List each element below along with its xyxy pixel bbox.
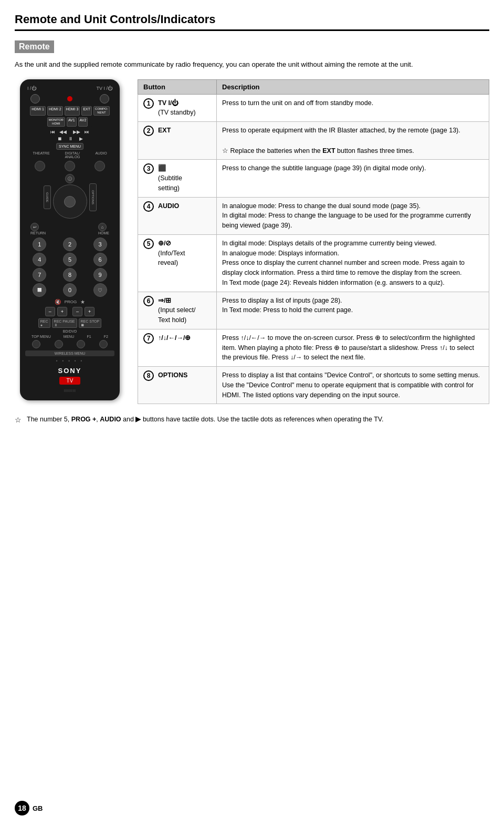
theatre-btn[interactable] bbox=[35, 161, 45, 171]
callout-8: 8 bbox=[131, 240, 134, 247]
description-cell-3: Press to change the subtitle language (p… bbox=[217, 160, 489, 197]
btn-sub-6: (Input select/Text hold) bbox=[158, 306, 196, 324]
description-cell-8: Press to display a list that contains "D… bbox=[217, 367, 489, 404]
table-row: 8 OPTIONS Press to display a list that c… bbox=[138, 367, 489, 404]
btn-label-2: EXT bbox=[158, 126, 171, 136]
rew-btn[interactable]: ◀◀ bbox=[59, 129, 67, 135]
red-led bbox=[67, 96, 72, 101]
av1-btn[interactable]: AV1 bbox=[67, 117, 77, 127]
menu-btn[interactable] bbox=[55, 340, 63, 348]
table-row: 6 ⇒/⊞ (Input select/Text hold) Press to … bbox=[138, 292, 489, 329]
menu-label: MENU bbox=[64, 335, 75, 338]
vol-minus-btn[interactable]: – bbox=[45, 307, 55, 316]
prev-btn[interactable]: ⏮ bbox=[50, 129, 55, 135]
top-menu-btn[interactable] bbox=[32, 340, 40, 348]
rec-row: REC● REC PAUSE⏸ REC STOP⏹ bbox=[25, 318, 114, 328]
transport-row: ⏮ ◀◀ ▶▶ ⏭ bbox=[25, 129, 114, 135]
page-suffix: GB bbox=[33, 804, 43, 812]
num9-btn[interactable]: 9 bbox=[93, 268, 107, 282]
btn-label-3: ⬛ bbox=[158, 164, 166, 172]
row-num-6: 6 bbox=[143, 296, 154, 306]
hdmi1-btn[interactable]: HDMI 1 bbox=[30, 106, 46, 116]
tv-btn[interactable]: TV bbox=[59, 377, 80, 385]
table-row: 1 TV I/⏻ (TV standby) Press to turn the … bbox=[138, 94, 489, 122]
num8-btn[interactable]: 8 bbox=[63, 268, 77, 282]
btn-label-5: ⊕/⊘ bbox=[158, 240, 171, 247]
num7-btn[interactable]: 7 bbox=[33, 268, 46, 282]
button-table: Button Description 1 TV I/⏻ (TV standby) bbox=[138, 79, 489, 405]
num2-btn[interactable]: 2 bbox=[63, 238, 77, 251]
options-btn[interactable]: OPTIONS bbox=[89, 183, 97, 211]
row-num-3: 3 bbox=[143, 163, 154, 174]
bd-dvd-label: BD/DVD bbox=[63, 329, 77, 333]
theatre-label: THEATRE bbox=[33, 151, 49, 159]
f1-btn[interactable] bbox=[77, 340, 85, 348]
digital-analog-label: DIGITAL/ANALOG bbox=[65, 151, 80, 159]
next-btn[interactable]: ⏭ bbox=[85, 129, 89, 135]
fav-btn[interactable]: ★ bbox=[80, 299, 85, 305]
main-layout: I /⏻ TV I /⏻ HDMI 1 HDMI 2 HDMI 3 EXT CO… bbox=[15, 79, 489, 405]
return-btn[interactable]: ↩ bbox=[30, 223, 39, 231]
hdmi2-btn[interactable]: HDMI 2 bbox=[47, 106, 63, 116]
callout-7: 7 bbox=[131, 216, 134, 224]
ext-btn[interactable]: EXT bbox=[81, 106, 92, 116]
home-btn[interactable]: ⌂ bbox=[98, 223, 107, 231]
num6-btn[interactable]: 6 bbox=[93, 253, 107, 266]
dpad-center-btn[interactable] bbox=[64, 196, 76, 208]
table-header-button: Button bbox=[138, 79, 217, 94]
num1-btn[interactable]: 1 bbox=[33, 238, 46, 251]
content-area: Button Description 1 TV I/⏻ (TV standby) bbox=[138, 79, 489, 405]
num4-btn[interactable]: 4 bbox=[33, 253, 46, 266]
row-num-1: 1 bbox=[143, 98, 154, 109]
top-menu-label: TOP MENU bbox=[32, 335, 51, 338]
ch-plus-btn[interactable]: + bbox=[85, 307, 94, 316]
num5-btn[interactable]: 5 bbox=[63, 253, 77, 266]
callout-1: 1 bbox=[131, 95, 134, 103]
guide-btn[interactable]: GUIDE bbox=[44, 185, 51, 209]
hdmi3-btn[interactable]: HDMI 3 bbox=[65, 106, 80, 116]
info-btn[interactable]: ⓘ bbox=[65, 174, 75, 183]
button-cell-5: 5 ⊕/⊘ (Info/Textreveal) bbox=[138, 234, 217, 292]
btn-sub-1: (TV standby) bbox=[158, 109, 196, 116]
digital-analog-btn[interactable] bbox=[65, 161, 75, 171]
btn-label-7: ↑/↓/←/→/⊕ bbox=[158, 333, 191, 343]
prog-label: PROG bbox=[65, 300, 77, 304]
btn-sub-3: (Subtitlesetting) bbox=[158, 174, 182, 192]
num0-btn[interactable]: 0 bbox=[63, 283, 77, 297]
f2-btn[interactable] bbox=[99, 340, 108, 348]
table-header-description: Description bbox=[217, 79, 489, 94]
rec-pause-btn[interactable]: REC PAUSE⏸ bbox=[52, 318, 77, 328]
row-num-2: 2 bbox=[143, 126, 154, 136]
ch-minus-btn[interactable]: – bbox=[72, 307, 82, 316]
av2-btn[interactable]: AV2 bbox=[78, 117, 88, 127]
component-btn[interactable]: COMPO-NENT bbox=[93, 106, 110, 116]
button-cell-2: 2 EXT bbox=[138, 122, 217, 160]
audio-btn[interactable] bbox=[94, 161, 105, 171]
power-btn-right[interactable] bbox=[100, 94, 109, 104]
power-btn-left[interactable] bbox=[30, 94, 40, 104]
fwd-btn[interactable]: ▶▶ bbox=[73, 129, 80, 135]
monitor-hdmi-btn[interactable]: MONITORHDMI bbox=[47, 117, 65, 127]
rec-stop-btn[interactable]: REC STOP⏹ bbox=[79, 318, 102, 328]
button-cell-8: 8 OPTIONS bbox=[138, 367, 217, 404]
heart-btn[interactable]: ♡ bbox=[93, 283, 107, 297]
dpad bbox=[53, 184, 87, 219]
transport-row2: ⏹ ⏸ ▶ bbox=[25, 136, 114, 141]
power-label-left: I /⏻ bbox=[27, 86, 36, 91]
rec-btn[interactable]: REC● bbox=[38, 318, 50, 328]
subtitle-btn[interactable]: ⬜ bbox=[33, 283, 46, 297]
num3-btn[interactable]: 3 bbox=[93, 238, 107, 251]
description-cell-6: Press to display a list of inputs (page … bbox=[217, 292, 489, 329]
pause-btn[interactable]: ⏸ bbox=[68, 136, 73, 141]
table-row: 4 AUDIO In analogue mode: Press to chang… bbox=[138, 197, 489, 234]
sync-menu-btn[interactable]: SYNC MENU bbox=[56, 143, 83, 150]
remote-control: I /⏻ TV I /⏻ HDMI 1 HDMI 2 HDMI 3 EXT CO… bbox=[20, 79, 120, 401]
wireless-menu-btn[interactable]: WIRELESS MENU bbox=[25, 350, 114, 356]
play-btn[interactable]: ▶ bbox=[79, 136, 83, 141]
mute-btn[interactable]: 🔇 bbox=[55, 299, 61, 305]
btn-label-8: OPTIONS bbox=[158, 370, 187, 380]
power-label-right: TV I /⏻ bbox=[96, 86, 112, 91]
vol-plus-btn[interactable]: + bbox=[57, 307, 67, 316]
page-number: 18 bbox=[15, 801, 29, 815]
stop-btn[interactable]: ⏹ bbox=[57, 136, 62, 141]
